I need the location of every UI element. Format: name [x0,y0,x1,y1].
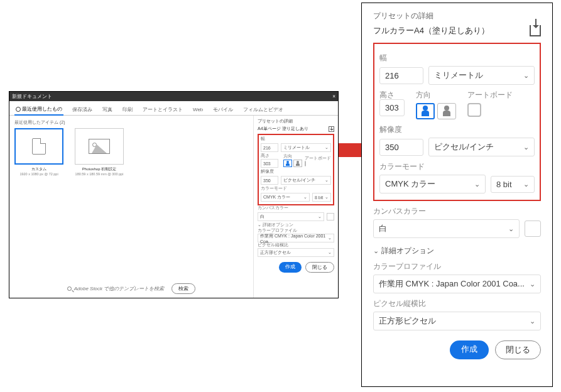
tab-recent[interactable]: 最近使用したもの [14,104,63,116]
tab-photo[interactable]: 写真 [101,104,114,115]
resolution-input[interactable]: 350 [261,176,278,185]
profile-select[interactable]: 作業用 CMYK : Japan Color 2001 Coa...⌄ [258,234,334,242]
stock-search-button[interactable]: 検索 [172,283,195,294]
person-icon [422,106,429,117]
orientation-landscape[interactable] [293,160,302,167]
advanced-toggle[interactable]: ⌄ 詳細オプション [258,222,334,228]
aspect-select[interactable]: 正方形ピクセル⌄ [258,248,334,257]
label-orientation: 方向 [416,90,456,101]
artboard-checkbox[interactable] [305,161,306,166]
person-icon [296,161,300,166]
preset-details-heading: プリセットの詳細 [373,11,541,21]
orientation-landscape[interactable] [437,103,456,119]
dialog-titlebar: 新規ドキュメント × [9,92,338,101]
chevron-down-icon: ⌄ [328,236,332,241]
label-orientation: 方向 [283,154,302,160]
height-input[interactable]: 303 [261,159,278,168]
canvascolor-select[interactable]: 白⌄ [258,212,324,221]
person-icon [286,161,290,166]
stock-search-bar: Adobe Stock で他のテンプレートを検索 検索 [14,278,248,295]
preset-name-row: A4単ページ 塗り足しあり [258,126,334,132]
orientation-portrait[interactable] [416,103,435,119]
dialog-footer-buttons: 作成 閉じる [373,340,541,359]
aspect-select[interactable]: 正方形ピクセル⌄ [373,312,541,330]
colormode-select[interactable]: CMYK カラー⌄ [261,193,310,202]
bitdepth-select[interactable]: 8 bit⌄ [491,176,535,193]
chevron-down-icon: ⌄ [328,250,332,255]
label-width: 幅 [379,53,535,63]
preset-name-text: フルカラーA4（塗り足しあり） [373,25,489,36]
resolution-input[interactable]: 350 [379,139,423,156]
bitdepth-select[interactable]: 8 bit⌄ [312,193,331,202]
preset-details-header: プリセットの詳細 [258,118,334,124]
width-input[interactable]: 216 [379,67,423,84]
orientation-portrait[interactable] [283,160,292,167]
person-icon [443,106,450,117]
templates-pane: 最近使用したアイテム (2) カスタム 1920 x 1080 px @ 72 … [9,116,253,298]
canvascolor-select[interactable]: 白⌄ [373,219,520,238]
dialog-content: 最近使用したアイテム (2) カスタム 1920 x 1080 px @ 72 … [9,116,338,298]
preset-details-enlarged: プリセットの詳細 フルカラーA4（塗り足しあり） 幅 216 ミリメートル⌄ 高… [361,3,553,387]
category-tabs: 最近使用したもの 保存済み 写真 印刷 アートとイラスト Web モバイル フィ… [9,101,338,116]
chevron-down-icon: ⌄ [523,180,529,188]
highlighted-settings: 幅 216 ミリメートル⌄ 高さ 303 方向 [258,134,334,205]
download-icon[interactable] [530,25,541,36]
chevron-down-icon: ⌄ [474,180,480,188]
dialog-title: 新規ドキュメント [12,93,52,100]
create-button[interactable]: 作成 [450,340,489,359]
chevron-down-icon: ⌄ [523,143,529,151]
unit-select[interactable]: ミリメートル⌄ [281,143,331,152]
resolution-unit-select[interactable]: ピクセル/インチ⌄ [428,138,535,156]
height-input[interactable]: 303 [379,99,405,116]
label-canvascolor: カンバスカラー [258,205,334,211]
label-colormode: カラーモード [379,161,535,172]
label-artboard: アートボード [305,156,331,161]
unit-select[interactable]: ミリメートル⌄ [428,66,535,85]
label-width: 幅 [261,136,331,142]
label-height: 高さ [261,153,281,159]
image-icon [89,139,110,154]
dialog-footer-buttons: 作成 閉じる [258,262,334,273]
chevron-down-icon: ⌄ [325,178,329,183]
recent-items-heading: 最近使用したアイテム (2) [14,119,248,126]
tab-web[interactable]: Web [192,105,204,114]
resolution-unit-select[interactable]: ピクセル/インチ⌄ [281,176,331,185]
label-aspect: ピクセル縦横比 [373,298,541,309]
close-button[interactable]: 閉じる [305,262,334,273]
chevron-down-icon: ⌄ [318,214,322,219]
clock-icon [16,107,21,112]
width-input[interactable]: 216 [261,143,278,152]
canvascolor-swatch[interactable] [525,220,541,237]
label-resolution: 解像度 [379,124,535,135]
preset-name-text: A4単ページ 塗り足しあり [258,126,308,132]
profile-select[interactable]: 作業用 CMYK : Japan Color 2001 Coa...⌄ [373,275,541,293]
artboard-checkbox[interactable] [467,103,481,117]
chevron-down-icon: ⌄ [523,72,529,80]
template-cards: カスタム 1920 x 1080 px @ 72 ppi Photoshop 初… [14,128,248,177]
label-profile: カラープロファイル [373,261,541,272]
card-custom[interactable]: カスタム 1920 x 1080 px @ 72 ppi [14,128,63,177]
card-custom-sub: 1920 x 1080 px @ 72 ppi [14,172,63,177]
colormode-select[interactable]: CMYK カラー⌄ [379,175,486,193]
label-colormode: カラーモード [261,186,331,192]
canvascolor-swatch[interactable] [327,213,334,220]
chevron-down-icon: ⌄ [508,225,514,233]
tab-mobile[interactable]: モバイル [212,104,234,115]
tab-print[interactable]: 印刷 [121,104,134,115]
tab-saved[interactable]: 保存済み [71,104,94,115]
highlighted-settings: 幅 216 ミリメートル⌄ 高さ 303 方向 アートボード 解像度 [373,43,541,201]
chevron-down-icon: ⌄ [325,145,329,150]
card-custom-thumb [14,128,63,165]
advanced-toggle[interactable]: ⌄詳細オプション [373,246,541,256]
tab-film[interactable]: フィルムとビデオ [242,104,285,115]
close-icon[interactable]: × [332,94,335,99]
tab-art[interactable]: アートとイラスト [141,104,184,115]
close-button[interactable]: 閉じる [495,340,541,359]
stock-search-input[interactable]: Adobe Stock で他のテンプレートを検索 [67,285,165,292]
create-button[interactable]: 作成 [279,262,302,273]
card-preset[interactable]: Photoshop 初期設定 180.59 x 180.59 mm @ 300 … [75,128,124,177]
card-preset-title: Photoshop 初期設定 [75,166,124,172]
card-custom-title: カスタム [14,166,63,172]
download-icon[interactable] [329,126,334,132]
new-document-dialog: 新規ドキュメント × 最近使用したもの 保存済み 写真 印刷 アートとイラスト … [9,91,339,298]
